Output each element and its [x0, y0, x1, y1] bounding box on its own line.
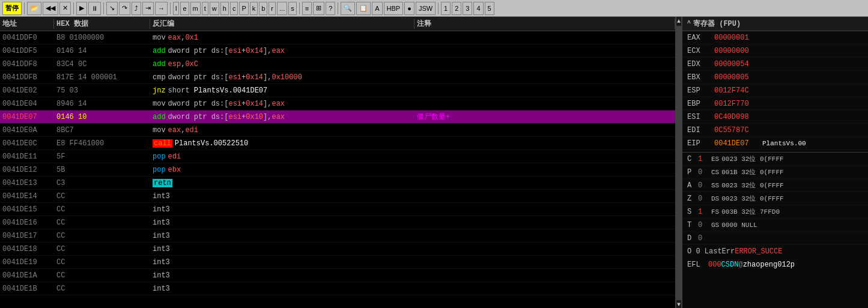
- hex-cell: CC: [54, 205, 150, 214]
- step-out-button[interactable]: ⤴: [132, 2, 141, 15]
- b-button[interactable]: b: [259, 2, 267, 15]
- disasm-row[interactable]: 0041DE15CCint3: [0, 203, 675, 216]
- separator-4: [170, 2, 171, 14]
- disasm-row[interactable]: 0041DE115Fpop edi: [0, 150, 675, 163]
- disasm-row[interactable]: 0041DE0CE8 FF461000call PlantsVs.0052251…: [0, 137, 675, 150]
- flag-name: C: [687, 155, 696, 163]
- reg-value[interactable]: 0C55787C: [714, 126, 762, 134]
- p-button[interactable]: P: [239, 2, 248, 15]
- hex-cell: C3: [54, 179, 150, 187]
- scroll-thumb[interactable]: [676, 26, 681, 300]
- scroll-up-reg[interactable]: ^: [687, 20, 691, 27]
- num2-button[interactable]: 2: [452, 2, 461, 15]
- run-button[interactable]: ▶: [76, 2, 87, 15]
- disasm-scrollbar[interactable]: ▲ ▼: [676, 17, 682, 308]
- addr-cell: 0041DE12: [0, 166, 54, 174]
- jsw-button[interactable]: JSW: [416, 2, 436, 15]
- eip-value[interactable]: 0041DE07: [714, 139, 762, 148]
- patches-button[interactable]: ⊞: [313, 2, 324, 15]
- separator-7: [438, 2, 439, 14]
- reg-value[interactable]: 0012F74C: [714, 86, 762, 95]
- search1-button[interactable]: 🔍: [341, 2, 355, 15]
- run-to-button[interactable]: ⇥: [142, 2, 154, 15]
- flag-value[interactable]: 0: [698, 195, 705, 203]
- m-button[interactable]: m: [190, 2, 201, 15]
- hbp-button[interactable]: HBP: [384, 2, 404, 15]
- flag-value[interactable]: 0: [698, 181, 705, 190]
- reg-value[interactable]: 0C40D098: [714, 113, 762, 121]
- num1-button[interactable]: 1: [441, 2, 451, 15]
- flag-seg-val: 003B 32位 7FFD0: [721, 207, 780, 216]
- open-button[interactable]: 📂: [27, 2, 41, 15]
- flag-value[interactable]: 0: [698, 221, 705, 229]
- addr-cell: 0041DE15: [0, 205, 54, 214]
- addr-cell: 0041DE04: [0, 100, 54, 108]
- addr-cell: 0041DE17: [0, 232, 54, 240]
- flag-value[interactable]: 1: [698, 208, 705, 216]
- scroll-down-arrow[interactable]: ▼: [677, 301, 681, 308]
- num3-button[interactable]: 3: [463, 2, 472, 15]
- disasm-row[interactable]: 0041DE13C3retn: [0, 177, 675, 190]
- disasm-row[interactable]: 0041DE16CCint3: [0, 216, 675, 229]
- reg-value[interactable]: 00000000: [714, 47, 762, 55]
- disasm-header: 反汇编: [150, 19, 414, 29]
- flag-name: D: [687, 234, 696, 243]
- efl-at: @: [738, 261, 742, 269]
- disasm-row[interactable]: 0041DE14CCint3: [0, 190, 675, 203]
- disasm-row[interactable]: 0041DDFB817E 14 000001cmp dword ptr ds:[…: [0, 71, 675, 84]
- disasm-row[interactable]: 0041DE0275 03jnz short PlantsVs.0041DE07: [0, 84, 675, 97]
- num4-button[interactable]: 4: [473, 2, 483, 15]
- l-button[interactable]: l: [173, 2, 179, 15]
- r-button[interactable]: r: [269, 2, 276, 15]
- disasm-row[interactable]: 0041DE070146 10add dword ptr ds:[esi+0x1…: [0, 110, 675, 124]
- reg-value[interactable]: 0012F770: [714, 100, 762, 108]
- s-button[interactable]: s: [288, 2, 297, 15]
- flag-seg-val: 0000 NULL: [721, 222, 757, 229]
- disasm-row[interactable]: 0041DE19CCint3: [0, 256, 675, 269]
- help-button[interactable]: ?: [326, 2, 335, 15]
- disasm-row[interactable]: 0041DE1BCCint3: [0, 282, 675, 295]
- dots-button[interactable]: ...: [277, 2, 287, 15]
- reg-value[interactable]: 00000054: [714, 60, 762, 68]
- e-button[interactable]: e: [180, 2, 189, 15]
- w-button[interactable]: w: [210, 2, 219, 15]
- addr-cell: 0041DE02: [0, 86, 54, 95]
- a-button[interactable]: A: [372, 2, 382, 15]
- t-button[interactable]: t: [202, 2, 208, 15]
- mem-map-button[interactable]: ≡: [302, 2, 312, 15]
- addr-cell: 0041DDF8: [0, 60, 54, 68]
- close-button[interactable]: ✕: [59, 2, 71, 15]
- register-panel: ^ 寄存器 (FPU) EAX00000001ECX00000000EDX000…: [682, 17, 868, 308]
- scroll-up-arrow[interactable]: ▲: [677, 18, 681, 25]
- disasm-row[interactable]: 0041DE17CCint3: [0, 229, 675, 243]
- pause-button[interactable]: 暂停: [2, 2, 22, 15]
- h-button[interactable]: h: [220, 2, 229, 15]
- step-over-button[interactable]: ↷: [119, 2, 130, 15]
- reg-value[interactable]: 00000005: [714, 73, 762, 82]
- dot-button[interactable]: ●: [404, 2, 414, 15]
- disasm-row[interactable]: 0041DE125Bpop ebx: [0, 163, 675, 177]
- flag-value[interactable]: 1: [698, 155, 705, 163]
- pause2-button[interactable]: ⏸: [88, 2, 101, 15]
- k-button[interactable]: k: [250, 2, 258, 15]
- flag-value[interactable]: 0: [698, 168, 705, 177]
- disasm-row[interactable]: 0041DE048946 14mov dword ptr ds:[esi+0x1…: [0, 97, 675, 110]
- step-into-button[interactable]: ↘: [106, 2, 118, 15]
- flag-row: S1FS 003B 32位 7FFD0: [682, 205, 868, 219]
- reg-value[interactable]: 00000001: [714, 34, 762, 42]
- disasm-row[interactable]: 0041DDF50146 14add dword ptr ds:[esi+0x1…: [0, 44, 675, 58]
- disasm-row[interactable]: 0041DE0A8BC7mov eax,edi: [0, 124, 675, 137]
- animate-button[interactable]: →: [155, 2, 168, 15]
- c-button[interactable]: c: [230, 2, 238, 15]
- flag-value[interactable]: 0: [698, 234, 705, 243]
- hex-cell: CC: [54, 271, 150, 280]
- disasm-row[interactable]: 0041DDF0B8 01000000mov eax,0x1: [0, 31, 675, 44]
- hex-cell: 83C4 0C: [54, 60, 150, 68]
- rewind-button[interactable]: ◀◀: [43, 2, 58, 15]
- disasm-rows: 0041DDF0B8 01000000mov eax,0x10041DDF501…: [0, 31, 675, 308]
- disasm-row[interactable]: 0041DDF883C4 0Cadd esp,0xC: [0, 58, 675, 71]
- disasm-row[interactable]: 0041DE1ACCint3: [0, 269, 675, 282]
- clipboard-button[interactable]: 📋: [356, 2, 371, 15]
- disasm-row[interactable]: 0041DE18CCint3: [0, 243, 675, 256]
- num5-button[interactable]: 5: [485, 2, 494, 15]
